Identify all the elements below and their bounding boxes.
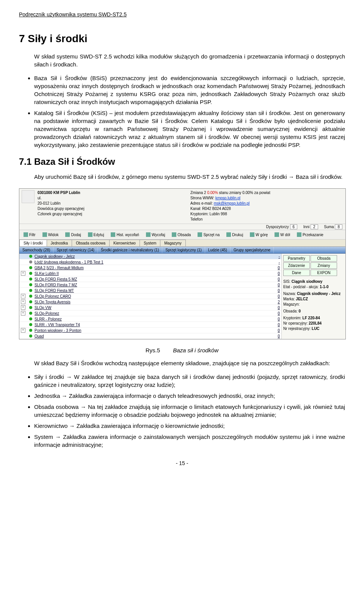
list-row[interactable]: +SLKw Lublin II0	[19, 271, 281, 276]
row-value: 0	[272, 317, 280, 321]
list-row[interactable]: SLOp FORD Fiesta 5 MZ0	[19, 276, 281, 282]
down-icon	[275, 232, 279, 237]
panel-btn-zdarzenie[interactable]: Zdarzenie	[283, 262, 310, 269]
view-icon	[42, 232, 47, 237]
expand-icon[interactable]: +	[21, 311, 25, 315]
expand-icon[interactable]: +	[21, 271, 25, 276]
wycofaj-button[interactable]: Wycofaj	[143, 231, 168, 238]
status-dot-icon	[29, 295, 32, 298]
list-row[interactable]: +SLOp-Polonez0	[19, 311, 281, 316]
print-icon	[226, 232, 231, 237]
zmiana-rest: stanu zmiany 0.00% za powiat	[219, 191, 270, 195]
ss-body: Ciągnik siodłowy - Jelcz- Łódź śrubowa p…	[19, 254, 345, 339]
list-row[interactable]: Łódź śrubowa płaskodenna - 1 PB Test 1-	[19, 259, 281, 265]
row-name: SLOp FORD Fiesta 5 MZ	[35, 277, 272, 281]
transfer-icon	[297, 232, 301, 237]
row-value: 0	[272, 311, 280, 315]
przekazanie-button[interactable]: Przekazanie	[294, 231, 326, 238]
inni-value: 2	[311, 224, 318, 229]
row-value: 0	[272, 271, 280, 276]
kryptonim: Kryptonim: Lublin 998	[190, 211, 343, 217]
intro-paragraph: W skład systemu SWD-ST 2.5 wchodzi kilka…	[34, 52, 345, 68]
email-link[interactable]: msk@kmpsp.lublin.pl	[214, 201, 250, 205]
row-value: 0	[272, 266, 280, 270]
panel-btn-obsada[interactable]: Obsada	[311, 255, 337, 262]
drukuj-button[interactable]: Drukuj	[224, 231, 246, 238]
tab-magazyny[interactable]: Magazyny	[160, 240, 186, 246]
subtab-grupy[interactable]: Grupy specjalistyczne	[231, 247, 274, 253]
mag-label: Magazyn:	[283, 302, 300, 306]
list-row[interactable]: Ciągnik siodłowy - Jelcz-	[19, 254, 281, 259]
withdraw-icon	[146, 232, 151, 237]
row-name: SLKw Lublin II	[35, 271, 272, 276]
expand-icon[interactable]: +	[21, 300, 25, 304]
bullet-list-top: Baza Sił i Środków (BSiS) przeznaczony j…	[19, 74, 345, 149]
www-link[interactable]: kmpsp.lublin.pl	[215, 196, 240, 200]
crew-icon	[172, 232, 176, 237]
panel-btn-expon[interactable]: EXPON	[311, 270, 337, 276]
tbtn-label: Dodaj	[71, 233, 81, 237]
expand-icon[interactable]: +	[21, 294, 25, 298]
detail-info: SIS: Ciągnik siodłowy Etat - podział - a…	[283, 279, 344, 331]
bullet-item: System → Zakładka zawiera informacje o z…	[34, 433, 345, 449]
list-row[interactable]: +SLOp Toyota Avensis2	[19, 299, 281, 305]
obsada-button[interactable]: Obsada	[169, 231, 193, 238]
suma-value: 8	[335, 224, 342, 229]
row-value: 0	[272, 323, 280, 327]
dodaj-button[interactable]: Dodaj	[63, 231, 83, 238]
list-row[interactable]: +SLOp VW0	[19, 305, 281, 311]
info-header: 0301000 KM PSP Lublin ul. 20-012 Lublin …	[19, 189, 345, 224]
equip-icon	[198, 232, 202, 237]
etat-value: 1-1-0	[320, 285, 328, 289]
nrrej-label: Nr rejestracyjny:	[283, 327, 311, 331]
tab-jednostka[interactable]: Jednostka	[47, 240, 72, 246]
tbtn-label: Drukuj	[232, 233, 243, 237]
list-row[interactable]: SLRR - Polonez0	[19, 316, 281, 322]
subtab-logist[interactable]: Sprzęt logistyczny (1)	[162, 247, 205, 253]
subtab-srodki[interactable]: Środki gaśnicze i neutralizatory (1)	[98, 247, 162, 253]
list-row[interactable]: Quad0	[19, 333, 281, 339]
list-row[interactable]: +SLOp Polonez CARO0	[19, 293, 281, 299]
panel-btn-dane[interactable]: Dane	[283, 270, 310, 276]
row-value: 0	[272, 277, 280, 281]
row-value: 2	[272, 300, 280, 304]
list-row[interactable]: GBA 2,5/23 - Renault Midlum0	[19, 265, 281, 271]
tbtn-label: W dół	[280, 233, 290, 237]
row-name: SLRR - Polonez	[35, 317, 272, 321]
list-row[interactable]: SLRR - VW Transporter T40	[19, 322, 281, 328]
subtab-sprzet[interactable]: Sprzęt ratowniczy (14)	[53, 247, 97, 253]
hist-button[interactable]: Hist. wycofań	[108, 231, 141, 238]
bullet-item: Jednostka → Zakładka zawierająca informa…	[34, 392, 345, 400]
tab-system[interactable]: System	[140, 240, 160, 246]
panel-btn-zmiany[interactable]: Zmiany	[311, 262, 337, 269]
wdol-button[interactable]: W dół	[272, 231, 293, 238]
row-name: SLRR - VW Transporter T4	[35, 323, 272, 327]
sprzet-button[interactable]: Sprzęt na	[195, 231, 222, 238]
tab-sily[interactable]: Siły i środki	[19, 240, 47, 246]
subtab-samochody[interactable]: Samochody (28)	[19, 247, 53, 253]
telefon: Telefon	[190, 217, 343, 222]
addr2: 20-012 Lublin	[38, 201, 190, 206]
caption-number: Rys.5	[146, 347, 160, 353]
tab-obsada[interactable]: Obsada osobowa	[72, 240, 110, 246]
tab-kierownictwo[interactable]: Kierownictwo	[109, 240, 140, 246]
nrop-value: 220L84	[309, 321, 322, 325]
widok-button[interactable]: Widok	[40, 231, 61, 238]
list-row[interactable]: SLOp FORD Fiesta MT0	[19, 288, 281, 293]
wgore-button[interactable]: W górę	[247, 231, 270, 238]
panel-btn-parametry[interactable]: Parametry	[283, 255, 310, 262]
row-name: SLOp-Polonez	[35, 311, 272, 315]
czlonek-row: Członek grupy operacyjnej	[38, 211, 190, 217]
sis-value: Ciągnik siodłowy	[292, 279, 323, 284]
list-row[interactable]: +Ponton wiosłowy - 3 Ponton0	[19, 328, 281, 333]
subtab-ludzie[interactable]: Ludzie (45)	[205, 247, 231, 253]
dys-label: Dyspozytorzy	[266, 225, 289, 229]
tbtn-label: Przekazanie	[303, 233, 323, 237]
status-dot-icon	[29, 300, 32, 303]
bullet-item: Siły i środki → W zakładce tej znajduje …	[34, 373, 345, 389]
expand-icon[interactable]: +	[21, 328, 25, 333]
list-row[interactable]: SLOp FORD Fiesta 7 MZ0	[19, 282, 281, 288]
expand-icon[interactable]: +	[21, 305, 25, 310]
edytuj-button[interactable]: Edytuj	[85, 231, 107, 238]
filtr-button[interactable]: Filtr	[21, 231, 38, 238]
